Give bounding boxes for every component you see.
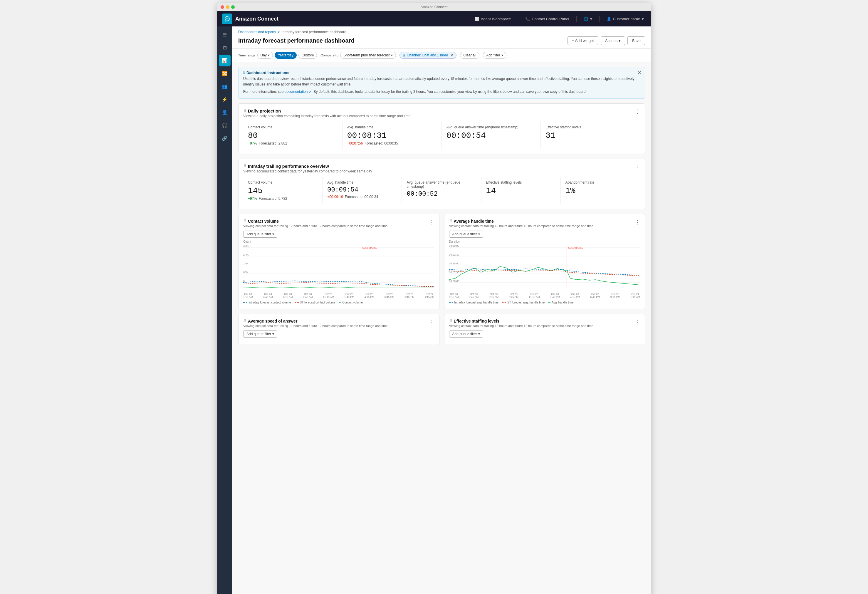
sidebar-item-integrations[interactable]: 🔗 [219,132,230,144]
effective-staffing-chart-menu[interactable]: ⋮ [635,319,640,325]
sidebar-item-contact[interactable]: 🎧 [219,119,230,131]
contact-control-panel-btn[interactable]: 📞 Contact Control Panel [523,16,571,22]
sidebar: ☰ ⊞ 📊 🔀 👥 ⚡ 👤 🎧 🔗 [217,27,232,594]
forecast-pct: +97% [248,141,257,145]
info-close-button[interactable]: ✕ [638,70,641,75]
metric-label: Contact volume [248,180,317,185]
day-filter[interactable]: Day ▾ [257,52,273,59]
metric-label: Avg. handle time [347,125,437,129]
add-queue-filter-esl[interactable]: Add queue filter ▾ [449,331,483,338]
metric-value: 1% [565,186,635,195]
sidebar-item-dashboard[interactable]: 📊 [219,55,230,66]
svg-point-0 [226,19,227,19]
compare-dropdown[interactable]: Short-term published forecast ▾ [340,52,396,59]
metric-label: Avg. handle time [327,180,397,185]
contact-volume-chart-menu[interactable]: ⋮ [429,219,434,225]
legend-color-actual-aht [548,302,551,303]
channel-filter[interactable]: ⊞ Channel: Chat and 1 more ✕ [400,52,457,59]
drag-handle-asa[interactable]: ⠿ [243,319,246,324]
dashboard-icon: 📊 [222,58,228,64]
add-widget-button[interactable]: + Add widget [567,37,598,45]
legend-avg-handle-time: Avg. handle time [548,301,573,304]
add-queue-filter-cv[interactable]: Add queue filter ▾ [243,231,277,238]
actions-button[interactable]: Actions ▾ [601,37,625,45]
save-button[interactable]: Save [627,37,645,45]
info-banner: ℹ Dashboard instructions Use this dashbo… [238,67,645,99]
drag-handle-aht[interactable]: ⠿ [449,219,452,223]
add-queue-filter-asa[interactable]: Add queue filter ▾ [243,331,277,338]
breadcrumb-parent[interactable]: Dashboards and reports [238,30,276,34]
breadcrumb-current: Intraday forecast performance dashboard [282,30,346,34]
effective-staffing-chart: ⠿ Effective staffing levels Viewing cont… [444,314,645,345]
agent-workspace-btn[interactable]: ⬜ Agent Workspace [472,16,513,22]
info-banner-text1: Use this dashboard to review recent hist… [243,76,640,87]
contact-volume-chart: ⠿ Contact volume Viewing contact data fo… [238,214,440,309]
avg-speed-chart-menu[interactable]: ⋮ [429,319,434,325]
daily-projection-menu[interactable]: ⋮ [635,108,640,115]
svg-point-1 [227,19,228,19]
charts-row-1: ⠿ Contact volume Viewing contact data fo… [238,214,645,309]
svg-text:Last update: Last update [568,246,583,249]
language-btn[interactable]: 🌐 ▾ [581,16,595,22]
yesterday-filter[interactable]: Yesterday [275,52,297,59]
sidebar-item-profile[interactable]: 👤 [219,106,230,118]
forecast-val: Forecasted: 00:00:35 [365,141,398,145]
metric-avg-handle-trailing: Avg. handle time 00:09:54 +00:09:19 Fore… [323,177,402,204]
add-queue-filter-aht[interactable]: Add queue filter ▾ [449,231,483,238]
metric-value: 00:08:31 [347,131,437,140]
nav-divider-2 [576,16,577,22]
maximize-button[interactable] [231,5,235,9]
avg-handle-time-chart-menu[interactable]: ⋮ [635,219,640,225]
metric-forecast: +00:07:56 Forecasted: 00:00:35 [347,141,437,145]
contact-volume-legend: Intraday forecast contact volume ST fore… [243,301,434,304]
effective-staffing-chart-title: ⠿ Effective staffing levels [449,319,593,324]
legend-color-intraday [243,302,247,303]
custom-filter[interactable]: Custom [298,52,317,59]
minimize-button[interactable] [226,5,229,9]
routing-icon: 🔀 [222,71,228,76]
chevron-down-icon-esl: ▾ [478,332,480,336]
sidebar-item-apps[interactable]: ⊞ [219,42,230,53]
avg-speed-chart-subtitle: Viewing contact data for trailing 12 hou… [243,324,387,328]
drag-handle-trailing[interactable]: ⠿ [243,164,246,168]
info-banner-text2: For more information, see documentation … [243,89,640,95]
drag-handle-daily[interactable]: ⠿ [243,108,246,113]
customer-name-btn[interactable]: 👤 Customer name ▾ [604,16,646,22]
chevron-down-icon-cv: ▾ [272,232,274,236]
metric-contact-volume-daily: Contact volume 80 +97% Forecasted: 2,882 [243,122,342,149]
svg-point-2 [228,19,229,19]
sidebar-item-menu[interactable]: ☰ [219,29,230,41]
sidebar-item-analytics[interactable]: ⚡ [219,93,230,105]
drag-handle-esl[interactable]: ⠿ [449,319,452,324]
sidebar-item-users[interactable]: 👥 [219,80,230,92]
analytics-icon: ⚡ [222,97,228,102]
legend-st-forecast-aht: ST forecast avg. handle time [502,301,545,304]
time-range-label: Time range [238,53,255,57]
metric-value: 00:09:54 [327,186,397,194]
channel-filter-close[interactable]: ✕ [450,53,453,57]
page-actions: + Add widget Actions ▾ Save [567,37,645,45]
sidebar-item-routing[interactable]: 🔀 [219,68,230,79]
chevron-down-icon-filter: ▾ [501,53,503,57]
page-title-row: Intraday forecast performance dashboard … [238,37,645,49]
add-filter-button[interactable]: Add filter ▾ [483,52,506,59]
menu-icon: ☰ [223,32,227,38]
avg-speed-chart-title: ⠿ Average speed of answer [243,319,387,324]
page-header: Dashboards and reports > Intraday foreca… [232,27,651,49]
avg-handle-time-chart: ⠿ Average handle time Viewing contact da… [444,214,645,309]
intraday-trailing-menu[interactable]: ⋮ [635,164,640,170]
drag-handle-cv[interactable]: ⠿ [243,219,246,223]
legend-color-intraday-aht [449,302,453,303]
clear-all-button[interactable]: Clear all [460,52,480,59]
daily-projection-metrics: Contact volume 80 +97% Forecasted: 2,882… [243,122,640,149]
documentation-link[interactable]: documentation ↗ [285,90,311,94]
close-button[interactable] [221,5,224,9]
effective-staffing-chart-header: ⠿ Effective staffing levels Viewing cont… [449,319,593,331]
intraday-trailing-title-group: ⠿ Intraday trailing performance overview… [243,164,372,173]
info-icon: ℹ [243,71,245,75]
metric-value: 00:00:52 [406,191,476,198]
breadcrumb: Dashboards and reports > Intraday foreca… [238,30,645,34]
contact-volume-chart-header: ⠿ Contact volume Viewing contact data fo… [243,219,387,231]
legend-st-forecast-cv: ST forecast contact volume [295,301,335,304]
chevron-down-icon-aht: ▾ [478,232,480,236]
